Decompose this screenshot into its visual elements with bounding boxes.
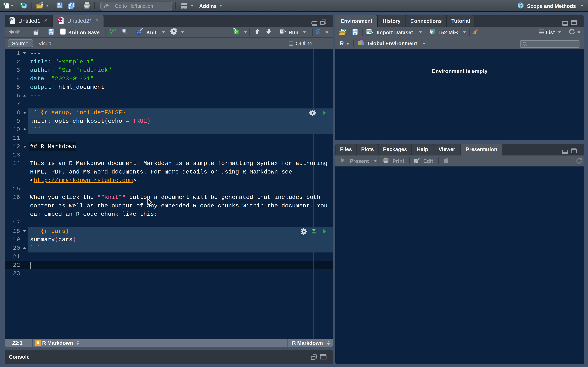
svg-text:C: C xyxy=(235,30,238,34)
svg-text:Rmd: Rmd xyxy=(58,19,62,21)
svg-text:R: R xyxy=(519,3,522,6)
svg-text:#: # xyxy=(37,340,39,345)
svg-text:R: R xyxy=(23,4,25,7)
svg-text:R: R xyxy=(9,18,12,22)
